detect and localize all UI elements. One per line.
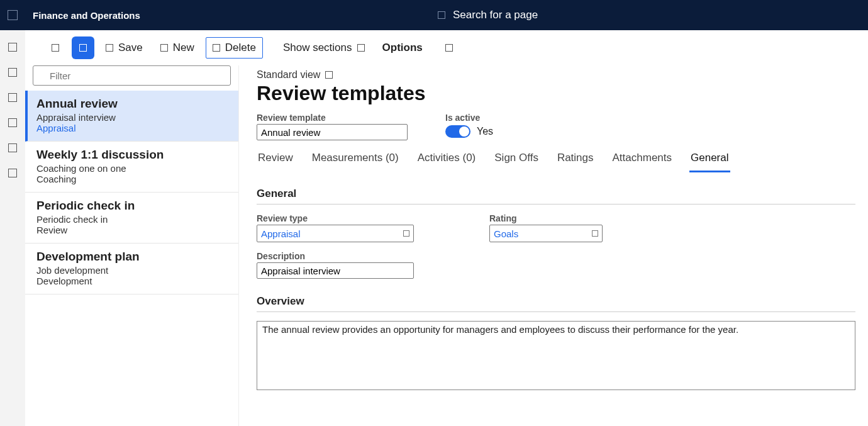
list-item-title: Weekly 1:1 discussion <box>36 148 228 162</box>
save-icon-2 <box>106 44 113 52</box>
toggle-knob <box>459 126 469 137</box>
list-item-sub1: Job development <box>36 265 228 276</box>
overview-section-title: Overview <box>257 295 855 308</box>
action-bar: Save New Delete Show sections Options <box>25 30 868 65</box>
detail-tabs: Review Measurements (0) Activities (0) S… <box>257 148 855 172</box>
rating-field-group: Rating Goals <box>489 213 603 279</box>
show-sections-button[interactable]: Show sections <box>277 39 371 57</box>
list-item-sub1: Periodic check in <box>36 214 228 225</box>
review-type-select[interactable]: Appraisal <box>257 225 414 242</box>
template-list-panel: Annual review Appraisal interview Apprai… <box>25 65 239 426</box>
is-active-toggle[interactable] <box>445 125 470 138</box>
chevron-down-icon <box>325 71 333 79</box>
list-item[interactable]: Weekly 1:1 discussion Coaching one on on… <box>25 142 238 193</box>
list-item[interactable]: Annual review Appraisal interview Apprai… <box>25 91 238 142</box>
delete-icon <box>213 44 220 52</box>
template-list: Annual review Appraisal interview Apprai… <box>25 91 238 426</box>
save-button[interactable]: Save <box>99 39 149 57</box>
tab-ratings[interactable]: Ratings <box>556 148 595 172</box>
tab-general[interactable]: General <box>689 148 730 172</box>
tab-measurements[interactable]: Measurements (0) <box>311 148 400 172</box>
is-active-value: Yes <box>477 126 493 137</box>
list-item-sub2: Development <box>36 276 228 286</box>
options-label: Options <box>382 42 423 54</box>
waffle-icon[interactable] <box>8 10 18 20</box>
description-input[interactable] <box>257 262 414 279</box>
save-label: Save <box>118 42 143 54</box>
description-label: Description <box>257 251 414 261</box>
chevron-down-icon <box>357 44 365 52</box>
delete-label: Delete <box>225 42 256 54</box>
review-type-label: Review type <box>257 213 414 223</box>
new-button[interactable]: New <box>154 39 201 57</box>
rail-expand-icon[interactable] <box>8 43 17 52</box>
search-icon <box>438 11 445 19</box>
edit-button[interactable] <box>44 36 67 59</box>
list-item-sub2: Review <box>36 225 228 235</box>
rail-modules-icon[interactable] <box>8 169 17 177</box>
show-sections-label: Show sections <box>283 42 352 54</box>
overview-textarea[interactable] <box>257 321 855 390</box>
page-title: Review templates <box>257 82 855 105</box>
rating-label: Rating <box>489 213 603 223</box>
tab-attachments[interactable]: Attachments <box>611 148 674 172</box>
tab-review[interactable]: Review <box>257 148 294 172</box>
search-placeholder: Search for a page <box>453 9 538 21</box>
rating-value: Goals <box>494 228 518 239</box>
list-item-sub2: Appraisal <box>36 123 228 133</box>
tab-activities[interactable]: Activities (0) <box>416 148 477 172</box>
review-template-field-group: Review template <box>257 113 408 140</box>
list-item-sub2: Coaching <box>36 174 228 184</box>
chevron-down-icon <box>592 230 598 237</box>
list-item-title: Annual review <box>36 97 228 111</box>
app-title: Finance and Operations <box>33 10 140 21</box>
more-actions-icon[interactable] <box>445 44 453 52</box>
filter-input[interactable] <box>33 65 231 86</box>
general-section: General Review type Appraisal Descriptio… <box>257 188 855 279</box>
rail-favorites-icon[interactable] <box>8 93 17 102</box>
global-search[interactable]: Search for a page <box>438 9 538 21</box>
standard-view-selector[interactable]: Standard view <box>257 69 855 81</box>
review-template-input[interactable] <box>257 124 408 140</box>
save-icon <box>79 44 87 52</box>
is-active-label: Is active <box>445 113 493 123</box>
list-item-sub1: Appraisal interview <box>36 112 228 123</box>
review-type-value: Appraisal <box>261 228 301 239</box>
chevron-down-icon <box>403 230 409 237</box>
list-item-title: Development plan <box>36 250 228 264</box>
rail-home-icon[interactable] <box>8 68 17 77</box>
delete-button[interactable]: Delete <box>206 37 263 59</box>
general-section-title: General <box>257 188 855 200</box>
tab-signoffs[interactable]: Sign Offs <box>493 148 540 172</box>
options-button[interactable]: Options <box>376 38 429 58</box>
is-active-field-group: Is active Yes <box>445 113 493 138</box>
rating-select[interactable]: Goals <box>489 225 603 242</box>
rail-recent-icon[interactable] <box>8 118 17 127</box>
list-item[interactable]: Development plan Job development Develop… <box>25 244 238 294</box>
new-icon <box>160 44 168 52</box>
save-icon-button[interactable] <box>72 36 94 59</box>
list-item[interactable]: Periodic check in Periodic check in Revi… <box>25 193 238 244</box>
standard-view-label: Standard view <box>257 69 320 81</box>
top-navbar: Finance and Operations Search for a page <box>0 0 868 30</box>
review-template-label: Review template <box>257 113 408 123</box>
detail-panel: Standard view Review templates Review te… <box>239 65 868 426</box>
left-rail <box>0 30 25 426</box>
rail-workspaces-icon[interactable] <box>8 143 17 152</box>
list-item-title: Periodic check in <box>36 199 228 213</box>
list-item-sub1: Coaching one on one <box>36 163 228 174</box>
main-area: Save New Delete Show sections Options <box>25 30 868 426</box>
review-type-field-group: Review type Appraisal Description <box>257 213 414 279</box>
edit-icon <box>52 44 59 52</box>
new-label: New <box>173 42 194 54</box>
